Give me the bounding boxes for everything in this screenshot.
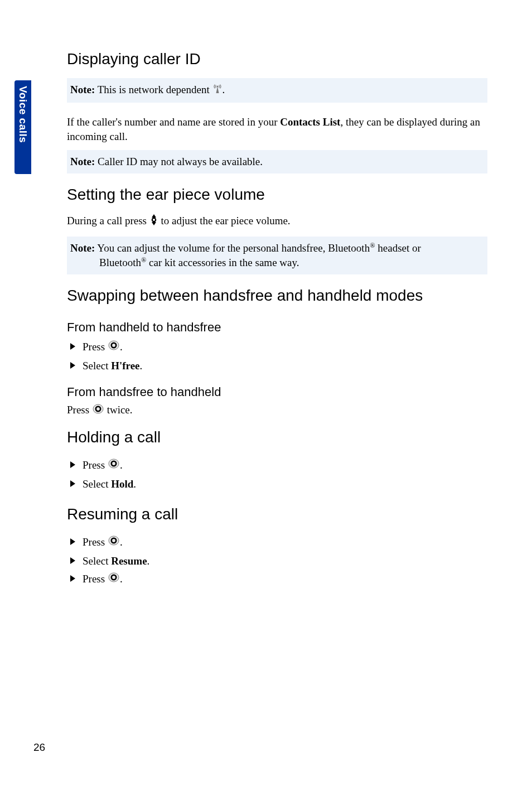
- text-before: During a call press: [67, 215, 149, 226]
- note-text: Caller ID may not always be available.: [95, 156, 263, 167]
- handsfree-to-handheld-instruction: Press twice.: [67, 403, 487, 418]
- text-after: twice.: [104, 404, 133, 416]
- subheading-handheld-to-handsfree: From handheld to handsfree: [67, 320, 487, 335]
- text-dot: .: [120, 341, 123, 353]
- text-dot: .: [120, 459, 123, 471]
- text-dot: .: [133, 478, 136, 490]
- network-antenna-icon: [213, 83, 222, 98]
- text-select: Select: [83, 555, 111, 567]
- svg-point-10: [109, 536, 119, 545]
- text-select: Select: [83, 360, 111, 372]
- svg-marker-3: [152, 222, 156, 225]
- hfree-term: H'free: [111, 360, 139, 372]
- navigation-key-icon: [93, 403, 104, 418]
- text-press: Press: [83, 341, 108, 353]
- contacts-list-term: Contacts List: [280, 116, 340, 128]
- steps-handheld-to-handsfree: Press . Select H'free.: [67, 338, 487, 375]
- steps-holding-call: Press . Select Hold.: [67, 456, 487, 493]
- text-select: Select: [83, 478, 111, 490]
- registered-mark: ®: [370, 242, 375, 249]
- heading-swap-modes: Swapping between handsfree and handheld …: [67, 287, 487, 305]
- note-network-dependent: Note: This is network dependent .: [67, 78, 487, 103]
- svg-point-12: [109, 573, 119, 582]
- step-press: Press .: [83, 533, 487, 552]
- text-dot: .: [147, 555, 150, 567]
- step-select-hold: Select Hold.: [83, 475, 487, 493]
- subheading-handsfree-to-handheld: From handsfree to handheld: [67, 385, 487, 399]
- step-select-resume: Select Resume.: [83, 552, 487, 570]
- text-dot: .: [120, 536, 123, 548]
- svg-point-2: [152, 218, 156, 221]
- text-after: to adjust the ear piece volume.: [158, 215, 291, 226]
- navigation-key-icon: [108, 457, 119, 475]
- text-dot: .: [140, 360, 143, 372]
- note-text: This is network dependent: [95, 84, 212, 95]
- note-line1-after: headset or: [375, 242, 421, 254]
- text-press: Press: [83, 459, 108, 471]
- step-press: Press .: [83, 338, 487, 357]
- sidebar-label: Voice calls: [17, 86, 29, 143]
- caller-id-description: If the caller's number and name are stor…: [67, 115, 487, 143]
- step-select-hfree: Select H'free.: [83, 357, 487, 375]
- text-dot: .: [120, 573, 123, 585]
- note-label: Note:: [70, 156, 95, 167]
- note-line2-after: car kit accessories in the same way.: [146, 257, 299, 268]
- text-press: Press: [83, 573, 108, 585]
- hold-term: Hold: [111, 478, 133, 490]
- svg-point-4: [109, 341, 119, 350]
- svg-point-6: [93, 404, 103, 413]
- page-number: 26: [33, 741, 45, 754]
- sidebar-tab: Voice calls: [14, 80, 31, 174]
- volume-up-down-icon: [150, 214, 158, 230]
- body-before: If the caller's number and name are stor…: [67, 116, 280, 128]
- navigation-key-icon: [108, 534, 119, 552]
- text-press: Press: [83, 536, 108, 548]
- text-before: Press: [67, 404, 92, 416]
- heading-resuming-call: Resuming a call: [67, 505, 487, 523]
- svg-point-8: [109, 459, 119, 468]
- steps-resuming-call: Press . Select Resume. Press .: [67, 533, 487, 589]
- step-press: Press .: [83, 456, 487, 475]
- svg-marker-1: [152, 214, 156, 218]
- resume-term: Resume: [111, 555, 147, 567]
- heading-holding-call: Holding a call: [67, 428, 487, 446]
- heading-displaying-caller-id: Displaying caller ID: [67, 50, 487, 68]
- note-line2-before: Bluetooth: [99, 257, 141, 268]
- note-line1-before: You can adjust the volume for the person…: [95, 242, 370, 254]
- page-content: Displaying caller ID Note: This is netwo…: [67, 50, 487, 595]
- heading-earpiece-volume: Setting the ear piece volume: [67, 186, 487, 204]
- note-trail: .: [223, 84, 225, 95]
- navigation-key-icon: [108, 339, 119, 356]
- registered-mark: ®: [141, 256, 146, 264]
- note-volume-accessories: Note: You can adjust the volume for the …: [67, 237, 487, 274]
- step-press: Press .: [83, 570, 487, 589]
- navigation-key-icon: [108, 571, 119, 589]
- note-label: Note:: [70, 84, 95, 95]
- note-caller-id-availability: Note: Caller ID may not always be availa…: [67, 150, 487, 173]
- earpiece-instruction: During a call press to adjust the ear pi…: [67, 214, 487, 230]
- svg-point-0: [216, 86, 218, 88]
- note-label: Note:: [70, 242, 95, 254]
